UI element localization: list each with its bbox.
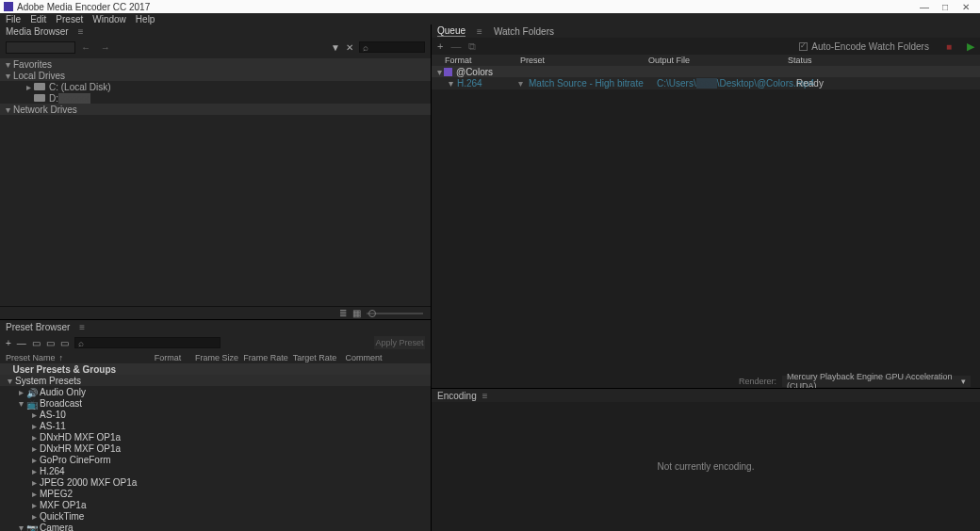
media-browser-search-input[interactable]: ⌕ xyxy=(359,41,425,53)
drive-c-label: C: (Local Disk) xyxy=(49,82,111,92)
queue-add-icon[interactable]: + xyxy=(437,40,443,52)
chevron-down-icon: ▾ xyxy=(961,377,966,386)
panel-menu-icon[interactable]: ≡ xyxy=(477,26,482,37)
preset-tree[interactable]: User Presets & Groups ▾System Presets ▸🔊… xyxy=(0,363,431,531)
nav-forward-icon[interactable]: → xyxy=(101,42,114,53)
window-close-button[interactable]: ✕ xyxy=(956,2,976,12)
checkbox-icon: ✓ xyxy=(799,42,808,51)
preset-cat-audio-only[interactable]: ▸🔊Audio Only xyxy=(0,386,431,397)
preset-system-group[interactable]: ▾System Presets xyxy=(0,375,431,386)
panel-menu-icon[interactable]: ≡ xyxy=(78,26,84,37)
search-icon: ⌕ xyxy=(363,42,368,53)
preset-cat-broadcast[interactable]: ▾📺Broadcast xyxy=(0,397,431,409)
preset-add-icon[interactable]: + xyxy=(6,338,11,348)
menu-preset[interactable]: Preset xyxy=(56,14,83,24)
tree-section-local-drives[interactable]: ▾Local Drives xyxy=(0,70,431,81)
apply-preset-button[interactable]: Apply Preset xyxy=(374,336,425,349)
media-browser-tree[interactable]: ▾Favorites ▾Local Drives ▸C: (Local Disk… xyxy=(0,56,431,306)
view-list-icon[interactable]: ≣ xyxy=(339,308,347,318)
col-format[interactable]: Format xyxy=(445,56,520,65)
col-frame-rate[interactable]: Frame Rate xyxy=(241,353,290,362)
preset-cat-camera[interactable]: ▾📷Camera xyxy=(0,522,431,531)
preset-search-input[interactable]: ⌕ xyxy=(74,337,221,348)
menu-window[interactable]: Window xyxy=(92,14,126,24)
queue-composition-row[interactable]: ▾ @Colors xyxy=(432,66,980,77)
tab-media-browser[interactable]: Media Browser xyxy=(6,26,69,37)
drive-c[interactable]: ▸C: (Local Disk) xyxy=(0,81,431,92)
queue-output-cell[interactable]: C:\Users\xxxx\Desktop\@Colors.mp4 xyxy=(657,78,796,88)
tab-encoding[interactable]: Encoding xyxy=(437,391,477,401)
media-browser-footer: ≣ ▦ xyxy=(0,306,431,319)
preset-item-jpeg2000[interactable]: ▸JPEG 2000 MXF OP1a xyxy=(0,476,431,488)
queue-toolbar: + — ⧉ ✓Auto-Encode Watch Folders ■ ▶ xyxy=(432,38,980,55)
camera-icon: 📷 xyxy=(26,523,36,531)
preset-browser-tabbar: Preset Browser ≡ xyxy=(0,320,431,333)
tab-watch-folders[interactable]: Watch Folders xyxy=(494,26,554,37)
tv-icon: 📺 xyxy=(26,399,36,407)
preset-item-dnxhd[interactable]: ▸DNxHD MXF OP1a xyxy=(0,431,431,442)
favorites-label: Favorites xyxy=(13,59,52,70)
auto-encode-checkbox[interactable]: ✓Auto-Encode Watch Folders xyxy=(799,41,929,52)
preset-item-dnxhr[interactable]: ▸DNxHR MXF OP1a xyxy=(0,442,431,454)
preset-import-icon[interactable]: ▭ xyxy=(60,338,69,348)
col-comment[interactable]: Comment xyxy=(339,353,388,362)
menu-edit[interactable]: Edit xyxy=(30,14,46,24)
queue-stop-icon[interactable]: ■ xyxy=(946,41,952,52)
menu-file[interactable]: File xyxy=(6,14,21,24)
queue-tabbar: Queue ≡ Watch Folders xyxy=(432,24,980,38)
col-frame-size[interactable]: Frame Size xyxy=(192,353,241,362)
queue-preset-cell[interactable]: Match Source - High bitrate xyxy=(529,78,657,88)
queue-play-icon[interactable]: ▶ xyxy=(967,40,974,53)
tab-queue[interactable]: Queue xyxy=(437,25,466,37)
preset-item-as11[interactable]: ▸AS-11 xyxy=(0,420,431,431)
tree-section-network-drives[interactable]: ▾Network Drives xyxy=(0,104,431,115)
tab-preset-browser[interactable]: Preset Browser xyxy=(6,322,70,332)
queue-status-cell: Ready xyxy=(796,78,824,88)
filter-icon[interactable]: ▼ xyxy=(331,42,340,53)
search-icon: ⌕ xyxy=(78,338,84,348)
queue-item-row[interactable]: ▾ H.264▾ Match Source - High bitrate C:\… xyxy=(432,77,980,89)
dropdown-icon: ▾ xyxy=(518,78,523,88)
filter-clear-icon[interactable]: ✕ xyxy=(346,42,353,53)
nav-back-icon[interactable]: ← xyxy=(81,42,94,53)
tree-section-favorites[interactable]: ▾Favorites xyxy=(0,58,431,70)
thumb-size-slider[interactable] xyxy=(367,313,423,314)
window-maximize-button[interactable]: □ xyxy=(935,2,956,12)
preset-item-as10[interactable]: ▸AS-10 xyxy=(0,409,431,420)
preset-user-group[interactable]: User Presets & Groups xyxy=(0,363,431,375)
preset-item-mxf[interactable]: ▸MXF OP1a xyxy=(0,499,431,510)
queue-body[interactable]: ▾ @Colors ▾ H.264▾ Match Source - High b… xyxy=(432,66,980,375)
menu-help[interactable]: Help xyxy=(136,14,155,24)
col-format[interactable]: Format xyxy=(143,353,192,362)
network-drives-label: Network Drives xyxy=(13,105,77,115)
sort-icon[interactable]: ↑ xyxy=(59,353,64,362)
preset-item-h264[interactable]: ▸H.264 xyxy=(0,465,431,476)
renderer-bar: Renderer: Mercury Playback Engine GPU Ac… xyxy=(432,375,980,388)
redacted-text: xxxx xyxy=(696,78,717,88)
queue-format-cell[interactable]: H.264▾ xyxy=(457,78,529,88)
col-status[interactable]: Status xyxy=(788,56,980,65)
renderer-select[interactable]: Mercury Playback Engine GPU Acceleration… xyxy=(782,376,971,387)
panel-menu-icon[interactable]: ≡ xyxy=(79,322,85,332)
col-target-rate[interactable]: Target Rate xyxy=(290,353,339,362)
col-preset-name[interactable]: Preset Name xyxy=(6,353,56,362)
window-titlebar: Adobe Media Encoder CC 2017 — □ ✕ xyxy=(0,0,980,13)
preset-remove-icon[interactable]: — xyxy=(17,338,26,348)
col-preset[interactable]: Preset xyxy=(520,56,648,65)
col-output[interactable]: Output File xyxy=(648,56,788,65)
window-minimize-button[interactable]: — xyxy=(914,2,935,12)
preset-settings-icon[interactable]: ▭ xyxy=(32,338,41,348)
auto-encode-label: Auto-Encode Watch Folders xyxy=(811,41,929,52)
preset-item-gopro[interactable]: ▸GoPro CineForm xyxy=(0,454,431,465)
media-browser-path-dropdown[interactable] xyxy=(6,41,75,54)
view-thumb-icon[interactable]: ▦ xyxy=(352,308,361,318)
preset-item-mpeg2[interactable]: ▸MPEG2 xyxy=(0,488,431,499)
preset-item-quicktime[interactable]: ▸QuickTime xyxy=(0,510,431,522)
preset-newfolder-icon[interactable]: ▭ xyxy=(46,338,55,348)
queue-duplicate-icon[interactable]: ⧉ xyxy=(468,40,476,53)
drive-d[interactable]: D:xxxxxx xyxy=(0,92,431,104)
panel-menu-icon[interactable]: ≡ xyxy=(482,391,488,401)
encoding-status-text: Not currently encoding. xyxy=(658,461,755,472)
preset-columns-header: Preset Name↑ Format Frame Size Frame Rat… xyxy=(0,352,431,363)
queue-remove-icon[interactable]: — xyxy=(450,40,461,52)
